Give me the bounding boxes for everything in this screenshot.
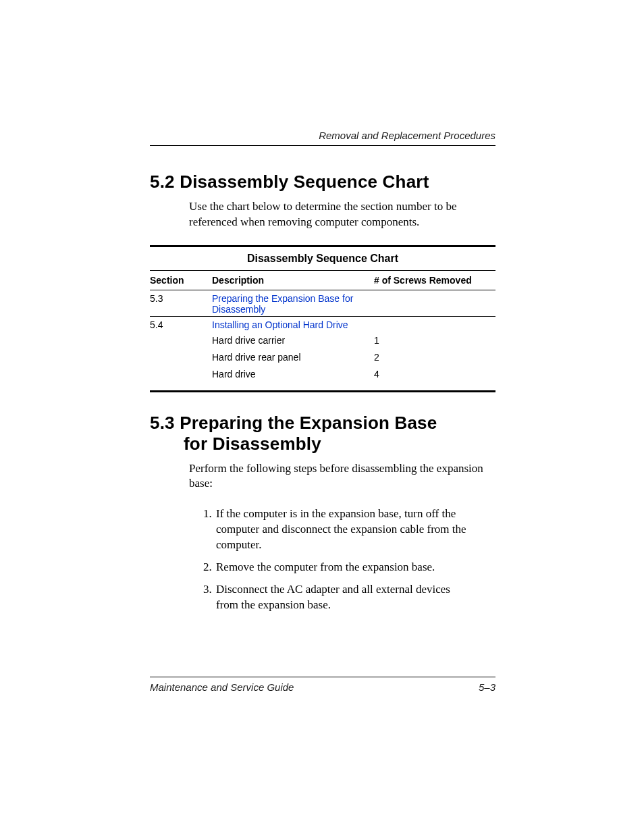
list-item: Disconnect the AC adapter and all extern…	[215, 582, 471, 613]
table-row: 5.3 Preparing the Expansion Base for Dis…	[150, 290, 495, 316]
sub-screws: 2	[374, 348, 495, 365]
table-body-2: 5.4 Installing an Optional Hard Drive Ha…	[150, 317, 495, 390]
page-number: 5–3	[479, 681, 495, 693]
table-subrow: Hard drive rear panel 2	[150, 348, 495, 365]
table-title: Disassembly Sequence Chart	[150, 247, 495, 270]
list-item: Remove the computer from the expansion b…	[215, 560, 471, 575]
table-subrow: Hard drive carrier 1	[150, 332, 495, 348]
sub-label: Hard drive rear panel	[212, 348, 374, 365]
col-screws: # of Screws Removed	[374, 271, 495, 290]
intro-5-3: Perform the following steps before disas…	[189, 461, 495, 492]
cell-screws	[374, 290, 495, 316]
footer-title: Maintenance and Service Guide	[150, 681, 294, 693]
table-body: 5.3 Preparing the Expansion Base for Dis…	[150, 290, 495, 316]
link-installing-optional-hard-drive[interactable]: Installing an Optional Hard Drive	[212, 319, 348, 330]
table-header-row: Section Description # of Screws Removed	[150, 271, 495, 290]
sub-label: Hard drive	[212, 365, 374, 382]
cell-description: Installing an Optional Hard Drive	[212, 317, 374, 332]
sub-screws: 1	[374, 332, 495, 348]
header-rule	[150, 145, 495, 146]
table: Section Description # of Screws Removed	[150, 271, 495, 290]
running-header: Removal and Replacement Procedures	[150, 130, 495, 141]
table-bottom-rule	[150, 390, 495, 392]
heading-5-3: 5.3 Preparing the Expansion Base for Dis…	[150, 413, 495, 454]
cell-section: 5.3	[150, 290, 212, 316]
intro-5-2: Use the chart below to determine the sec…	[189, 199, 495, 230]
cell-screws	[374, 317, 495, 332]
page-body: Removal and Replacement Procedures 5.2 D…	[150, 130, 495, 620]
table-row: 5.4 Installing an Optional Hard Drive	[150, 317, 495, 332]
page-footer: Maintenance and Service Guide 5–3	[150, 677, 495, 693]
heading-5-3-line1: 5.3 Preparing the Expansion Base	[150, 413, 437, 433]
table-subrow: Hard drive 4	[150, 365, 495, 382]
col-section: Section	[150, 271, 212, 290]
disassembly-table: Disassembly Sequence Chart Section Descr…	[150, 245, 495, 392]
steps-list: If the computer is in the expansion base…	[203, 506, 495, 613]
sub-screws: 4	[374, 365, 495, 382]
link-preparing-expansion-base[interactable]: Preparing the Expansion Base for Disasse…	[212, 293, 353, 315]
cell-description: Preparing the Expansion Base for Disasse…	[212, 290, 374, 316]
col-description: Description	[212, 271, 374, 290]
cell-section: 5.4	[150, 317, 212, 332]
heading-5-3-line2: for Disassembly	[184, 434, 495, 454]
footer-rule	[150, 677, 495, 677]
list-item: If the computer is in the expansion base…	[215, 506, 471, 553]
heading-5-2: 5.2 Disassembly Sequence Chart	[150, 172, 495, 192]
sub-label: Hard drive carrier	[212, 332, 374, 348]
